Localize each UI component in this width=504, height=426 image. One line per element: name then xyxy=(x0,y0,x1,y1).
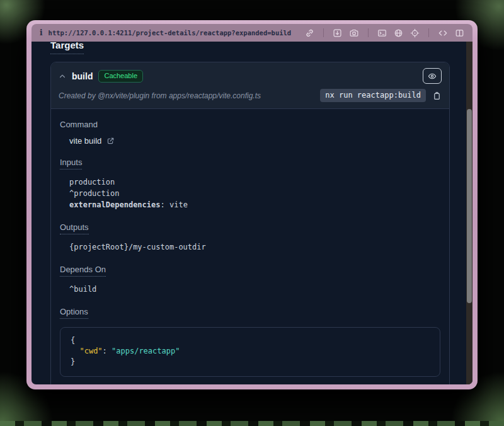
created-by-text: Created by @nx/vite/plugin from apps/rea… xyxy=(59,91,261,100)
link-icon[interactable] xyxy=(305,28,314,38)
toolbar-divider xyxy=(323,28,324,37)
inputs-label: Inputs xyxy=(60,158,440,170)
box-arrow-down-icon[interactable] xyxy=(333,28,342,38)
view-target-details-button[interactable] xyxy=(423,68,442,84)
depends-on-label: Depends On xyxy=(60,265,440,277)
page-title: Targets xyxy=(50,42,450,54)
outputs-section: Outputs {projectRoot}/my-custom-outdir xyxy=(60,222,440,253)
terminal-icon[interactable] xyxy=(377,28,387,38)
page-viewport: Targets build Cacheable xyxy=(32,42,472,384)
input-item: ^production xyxy=(69,188,440,199)
output-item: {projectRoot}/my-custom-outdir xyxy=(69,241,440,253)
url-bar[interactable]: http://127.0.0.1:4211/project-details/re… xyxy=(49,29,292,37)
info-icon: i xyxy=(40,28,43,37)
run-command-chip: nx run reactapp:build xyxy=(320,89,426,102)
json-value: "apps/reactapp" xyxy=(112,347,180,355)
command-section: Command vite build xyxy=(60,120,440,146)
toolbar-actions xyxy=(305,28,464,38)
code-brackets-icon[interactable] xyxy=(438,28,448,38)
browser-window: i http://127.0.0.1:4211/project-details/… xyxy=(26,20,478,389)
scrollbar-thumb[interactable] xyxy=(467,109,472,303)
input-item: externalDependencies: vite xyxy=(69,199,440,210)
project-details-content: Targets build Cacheable xyxy=(32,42,466,384)
globe-icon[interactable] xyxy=(394,28,403,38)
target-icon[interactable] xyxy=(410,28,420,38)
json-key: "cwd" xyxy=(79,347,102,355)
outputs-label: Outputs xyxy=(60,222,440,234)
build-card-header: build Cacheable Created by @nx/vite/plug… xyxy=(51,62,449,109)
command-label: Command xyxy=(60,120,440,129)
vertical-scrollbar[interactable] xyxy=(466,42,472,384)
target-name[interactable]: build xyxy=(72,71,93,81)
split-view-icon[interactable] xyxy=(455,28,464,38)
depends-on-item: ^build xyxy=(69,284,440,295)
options-label: Options xyxy=(60,307,440,319)
camera-icon[interactable] xyxy=(349,28,359,38)
input-item: production xyxy=(69,176,440,188)
command-value: vite build xyxy=(69,136,101,146)
cacheable-badge: Cacheable xyxy=(98,70,143,83)
options-code-block: { "cwd": "apps/reactapp" } xyxy=(60,327,440,377)
target-card-build: build Cacheable Created by @nx/vite/plug… xyxy=(50,62,450,384)
options-section: Options { "cwd": "apps/reactapp" } xyxy=(60,307,440,377)
build-card-body: Command vite build xyxy=(51,109,449,384)
toolbar-divider xyxy=(368,28,369,37)
browser-toolbar: i http://127.0.0.1:4211/project-details/… xyxy=(32,24,472,42)
chevron-up-icon[interactable] xyxy=(59,72,66,80)
depends-on-section: Depends On ^build xyxy=(60,265,440,295)
inputs-section: Inputs production ^production externalDe… xyxy=(60,158,440,210)
external-link-icon[interactable] xyxy=(106,137,115,145)
copy-icon[interactable] xyxy=(432,91,442,101)
toolbar-divider xyxy=(428,28,429,37)
